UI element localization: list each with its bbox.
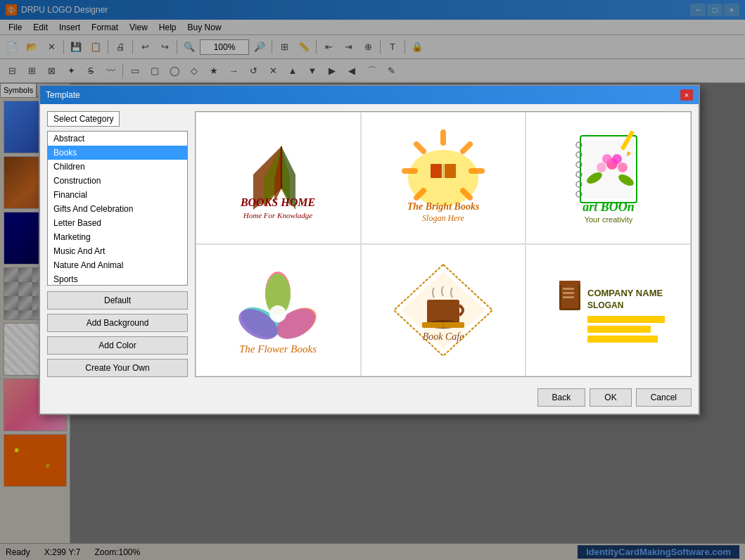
svg-point-46 [269,305,286,322]
default-button[interactable]: Default [47,291,188,310]
template-cell-flower-books[interactable]: The Flower Books [196,244,361,376]
category-music[interactable]: Music And Art [48,244,187,258]
svg-text:COMPANY NAME: COMPANY NAME [587,288,663,298]
template-grid: BOOKS HOME Home For Knowladge [195,111,692,377]
add-background-button[interactable]: Add Background [47,314,188,332]
modal-body: Select Category Abstract Books Children … [40,104,699,384]
svg-rect-63 [587,316,665,323]
svg-rect-58 [563,288,574,290]
category-nature[interactable]: Nature And Animal [48,258,187,272]
svg-point-33 [618,163,628,172]
category-list[interactable]: Abstract Books Children Construction Fin… [47,131,188,286]
svg-point-30 [602,154,612,164]
template-cell-bright-books[interactable]: The Bright Books Slogan Here [361,112,526,244]
modal-left-panel: Select Category Abstract Books Children … [47,111,188,377]
category-children[interactable]: Children [48,160,187,174]
svg-text:Home For Knowladge: Home For Knowladge [243,211,313,219]
logo-art-book-svg: art BOOn Your creativity [542,125,675,231]
template-modal: Template × Select Category Abstract Book… [39,84,700,415]
category-construction[interactable]: Construction [48,174,187,188]
svg-rect-64 [587,326,651,333]
category-gifts[interactable]: Gifts And Celebration [48,202,187,216]
modal-title: Template [46,90,80,100]
svg-text:BOOKS HOME: BOOKS HOME [240,196,315,208]
svg-point-31 [612,154,622,164]
svg-text:SLOGAN: SLOGAN [587,300,623,310]
logo-company-svg: COMPANY NAME SLOGAN [542,254,675,367]
ok-button[interactable]: OK [590,388,631,407]
category-books[interactable]: Books [48,146,187,160]
template-cell-books-home[interactable]: BOOKS HOME Home For Knowladge [196,112,361,244]
template-cell-company[interactable]: COMPANY NAME SLOGAN [526,244,691,376]
modal-overlay: Template × Select Category Abstract Book… [0,0,745,543]
svg-text:Slogan Here: Slogan Here [422,213,465,223]
select-category-label: Select Category [47,111,120,127]
modal-title-bar: Template × [40,86,699,104]
back-button[interactable]: Back [537,388,586,407]
category-letter[interactable]: Letter Based [48,216,187,230]
category-sports[interactable]: Sports [48,272,187,286]
svg-point-32 [597,163,606,172]
svg-line-13 [416,144,424,151]
svg-rect-65 [587,336,658,343]
logo-book-cafe-svg: Book Cafe [376,254,510,367]
logo-flower-books-svg: The Flower Books [211,254,345,367]
modal-action-buttons: Default Add Background Add Color Create … [47,291,188,377]
template-cell-art-book[interactable]: art BOOn Your creativity [526,112,691,244]
svg-text:art BOOn: art BOOn [582,200,635,214]
svg-rect-59 [563,292,574,294]
category-marketing[interactable]: Marketing [48,230,187,244]
modal-footer: Back OK Cancel [40,384,699,414]
modal-close-button[interactable]: × [680,89,693,101]
svg-text:Book Cafe: Book Cafe [423,331,464,342]
create-your-own-button[interactable]: Create Your Own [47,359,188,377]
svg-text:The Flower Books: The Flower Books [239,343,317,355]
svg-rect-60 [563,296,574,298]
logo-bright-books-svg: The Bright Books Slogan Here [376,125,510,231]
svg-rect-57 [559,281,580,285]
category-abstract[interactable]: Abstract [48,132,187,146]
cancel-button[interactable]: Cancel [636,388,692,407]
svg-rect-16 [431,164,442,178]
svg-line-10 [463,144,470,151]
logo-books-home-svg: BOOKS HOME Home For Knowladge [211,125,345,231]
svg-text:The Bright Books: The Bright Books [407,201,480,212]
svg-rect-17 [445,164,456,178]
svg-text:Your creativity: Your creativity [584,215,632,224]
template-cell-book-cafe[interactable]: Book Cafe [361,244,526,376]
add-color-button[interactable]: Add Color [47,336,188,355]
category-financial[interactable]: Financial [48,188,187,202]
